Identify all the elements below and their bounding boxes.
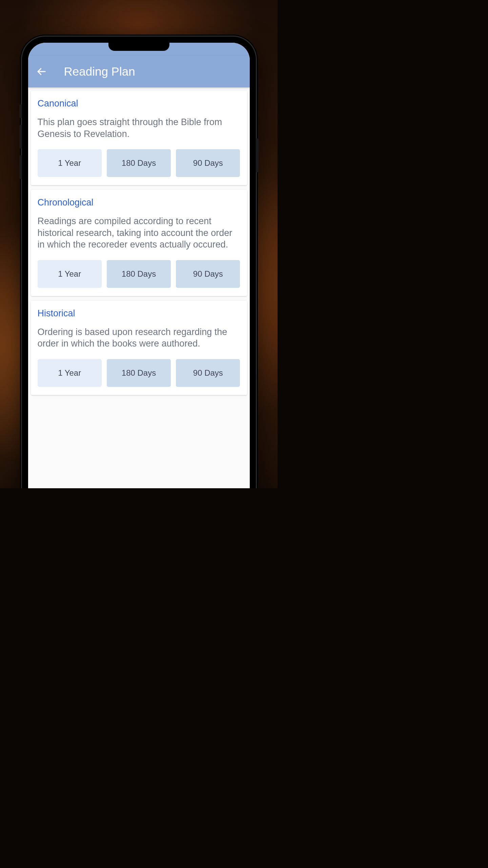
duration-90-days-button[interactable]: 90 Days bbox=[176, 149, 240, 177]
phone-vol-up bbox=[19, 125, 22, 149]
duration-buttons-row: 1 Year 180 Days 90 Days bbox=[38, 359, 240, 387]
phone-notch bbox=[108, 43, 169, 51]
phone-mute-switch bbox=[19, 104, 22, 118]
duration-buttons-row: 1 Year 180 Days 90 Days bbox=[38, 260, 240, 288]
plan-description: Readings are compiled according to recen… bbox=[38, 215, 240, 251]
back-button[interactable] bbox=[35, 65, 48, 78]
plan-title: Canonical bbox=[38, 98, 240, 109]
plan-card-historical: Historical Ordering is based upon resear… bbox=[31, 301, 247, 395]
phone-vol-down bbox=[19, 155, 22, 179]
duration-180-days-button[interactable]: 180 Days bbox=[107, 359, 171, 387]
duration-1-year-button[interactable]: 1 Year bbox=[38, 359, 102, 387]
plan-description: This plan goes straight through the Bibl… bbox=[38, 116, 240, 140]
duration-90-days-button[interactable]: 90 Days bbox=[176, 359, 240, 387]
plan-card-chronological: Chronological Readings are compiled acco… bbox=[31, 190, 247, 296]
duration-1-year-button[interactable]: 1 Year bbox=[38, 260, 102, 288]
phone-mockup-frame: Reading Plan Canonical This plan goes st… bbox=[22, 37, 256, 488]
duration-1-year-button[interactable]: 1 Year bbox=[38, 149, 102, 177]
duration-180-days-button[interactable]: 180 Days bbox=[107, 260, 171, 288]
plan-title: Historical bbox=[38, 308, 240, 319]
phone-screen: Reading Plan Canonical This plan goes st… bbox=[28, 43, 250, 488]
page-title: Reading Plan bbox=[64, 65, 135, 78]
duration-buttons-row: 1 Year 180 Days 90 Days bbox=[38, 149, 240, 177]
content-area: Canonical This plan goes straight throug… bbox=[28, 87, 250, 488]
plan-card-canonical: Canonical This plan goes straight throug… bbox=[31, 91, 247, 185]
duration-180-days-button[interactable]: 180 Days bbox=[107, 149, 171, 177]
plan-title: Chronological bbox=[38, 197, 240, 208]
app-header: Reading Plan bbox=[28, 56, 250, 87]
duration-90-days-button[interactable]: 90 Days bbox=[176, 260, 240, 288]
arrow-left-icon bbox=[36, 66, 46, 77]
phone-power-button bbox=[256, 138, 259, 172]
plan-description: Ordering is based upon research regardin… bbox=[38, 326, 240, 350]
